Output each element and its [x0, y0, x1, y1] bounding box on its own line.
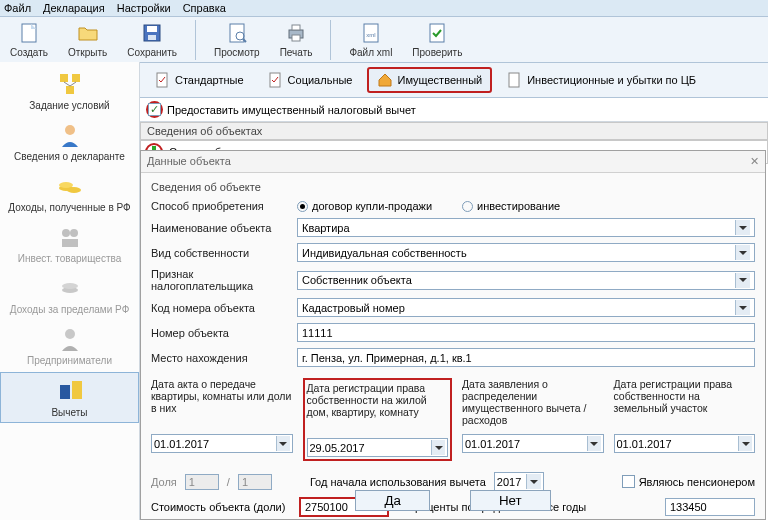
sidebar: Задание условий Сведения о декларанте До…: [0, 62, 140, 520]
print-icon: [284, 21, 308, 45]
print-button[interactable]: Печать: [274, 19, 319, 60]
provide-checkbox[interactable]: [148, 103, 161, 116]
date3-label: Дата заявления о распределении имуществе…: [462, 378, 604, 430]
svg-rect-0: [22, 24, 36, 42]
svg-point-20: [59, 182, 73, 188]
toolbar: Создать Открыть Сохранить Просмотр Печат…: [0, 17, 768, 63]
chevron-down-icon[interactable]: [735, 273, 750, 288]
close-icon[interactable]: ✕: [750, 155, 759, 168]
radio-invest-label: инвестирование: [477, 200, 560, 212]
sidebar-item-deductions[interactable]: Вычеты: [0, 372, 139, 423]
chevron-down-icon[interactable]: [738, 436, 752, 451]
no-button[interactable]: Нет: [470, 490, 551, 511]
task-icon: [56, 70, 84, 98]
create-button[interactable]: Создать: [4, 19, 54, 60]
svg-rect-28: [60, 385, 70, 399]
date4-col: Дата регистрации права собственности на …: [614, 378, 756, 461]
tab-invest-label: Инвестиционные и убытки по ЦБ: [527, 74, 696, 86]
dialog-section-label: Сведения об объекте: [151, 179, 755, 197]
menu-settings[interactable]: Настройки: [117, 2, 171, 14]
create-label: Создать: [10, 47, 48, 58]
chevron-down-icon[interactable]: [735, 220, 750, 235]
coins-icon: [56, 172, 84, 200]
folder-open-icon: [76, 21, 100, 45]
svg-rect-14: [72, 74, 80, 82]
date1-field[interactable]: [151, 434, 293, 453]
save-label: Сохранить: [127, 47, 177, 58]
preview-button[interactable]: Просмотр: [208, 19, 266, 60]
coins-grey-icon: [56, 274, 84, 302]
menu-declaration[interactable]: Декларация: [43, 2, 105, 14]
svg-rect-12: [430, 24, 444, 42]
partnership-icon: [56, 223, 84, 251]
filexml-button[interactable]: xml Файл xml: [343, 19, 398, 60]
loc-label: Место нахождения: [151, 352, 291, 364]
doc-check-icon: [155, 72, 171, 88]
save-button[interactable]: Сохранить: [121, 19, 183, 60]
acq-label: Способ приобретения: [151, 200, 291, 212]
name-field[interactable]: [297, 218, 755, 237]
radio-sale[interactable]: договор купли-продажи: [297, 200, 432, 212]
chevron-down-icon[interactable]: [276, 436, 290, 451]
sidebar-entrep-label: Предприниматели: [27, 355, 112, 366]
entrepreneur-icon: [56, 325, 84, 353]
svg-point-18: [65, 125, 75, 135]
date2-label: Дата регистрации права собственности на …: [307, 382, 449, 434]
yes-button[interactable]: Да: [355, 490, 429, 511]
chevron-down-icon[interactable]: [735, 300, 750, 315]
svg-rect-29: [72, 381, 82, 399]
svg-rect-13: [60, 74, 68, 82]
svg-rect-15: [66, 86, 74, 94]
num-label: Номер объекта: [151, 327, 291, 339]
code-field[interactable]: [297, 298, 755, 317]
date3-field[interactable]: [462, 434, 604, 453]
taxpayer-field[interactable]: [297, 271, 755, 290]
num-field[interactable]: [297, 323, 755, 342]
sidebar-item-invest[interactable]: Инвест. товарищества: [0, 219, 139, 268]
open-button[interactable]: Открыть: [62, 19, 113, 60]
dialog-title: Данные объекта: [147, 155, 231, 168]
provide-checkbox-wrap: [146, 101, 163, 118]
filexml-label: Файл xml: [349, 47, 392, 58]
sidebar-item-income-abroad[interactable]: Доходы за пределами РФ: [0, 270, 139, 319]
svg-point-22: [62, 229, 70, 237]
ownership-field[interactable]: [297, 243, 755, 262]
chevron-down-icon[interactable]: [431, 440, 445, 455]
house-icon: [377, 72, 393, 88]
svg-rect-24: [62, 239, 78, 247]
sidebar-item-task[interactable]: Задание условий: [0, 66, 139, 115]
svg-line-16: [64, 82, 70, 86]
sidebar-item-entrepreneur[interactable]: Предприниматели: [0, 321, 139, 370]
sidebar-item-declarant[interactable]: Сведения о декларанте: [0, 117, 139, 166]
tabstrip: Стандартные Социальные Имущественный Инв…: [140, 63, 768, 98]
dialog-title-bar: Данные объекта ✕: [141, 151, 765, 173]
radio-sale-label: договор купли-продажи: [312, 200, 432, 212]
check-button[interactable]: Проверить: [406, 19, 468, 60]
loc-field[interactable]: [297, 348, 755, 367]
date4-field[interactable]: [614, 434, 756, 453]
tab-social[interactable]: Социальные: [259, 68, 362, 92]
date2-field[interactable]: [307, 438, 449, 457]
sidebar-income-abroad-label: Доходы за пределами РФ: [10, 304, 129, 315]
svg-point-26: [62, 283, 78, 289]
radio-invest[interactable]: инвестирование: [462, 200, 560, 212]
object-dialog: Данные объекта ✕ Сведения об объекте Спо…: [140, 150, 766, 520]
svg-point-21: [67, 187, 81, 193]
sidebar-item-income-rf[interactable]: Доходы, полученные в РФ: [0, 168, 139, 217]
tab-property[interactable]: Имущественный: [367, 67, 492, 93]
tab-social-label: Социальные: [288, 74, 353, 86]
svg-rect-3: [148, 35, 156, 40]
menu-help[interactable]: Справка: [183, 2, 226, 14]
menubar: Файл Декларация Настройки Справка: [0, 0, 768, 17]
xml-icon: xml: [359, 21, 383, 45]
preview-icon: [225, 21, 249, 45]
tab-standard[interactable]: Стандартные: [146, 68, 253, 92]
tab-invest[interactable]: Инвестиционные и убытки по ЦБ: [498, 68, 705, 92]
chevron-down-icon[interactable]: [587, 436, 601, 451]
date3-col: Дата заявления о распределении имуществе…: [462, 378, 604, 461]
chevron-down-icon[interactable]: [735, 245, 750, 260]
date1-label: Дата акта о передаче квартиры, комнаты и…: [151, 378, 293, 430]
svg-rect-2: [147, 26, 157, 32]
name-label: Наименование объекта: [151, 222, 291, 234]
menu-file[interactable]: Файл: [4, 2, 31, 14]
